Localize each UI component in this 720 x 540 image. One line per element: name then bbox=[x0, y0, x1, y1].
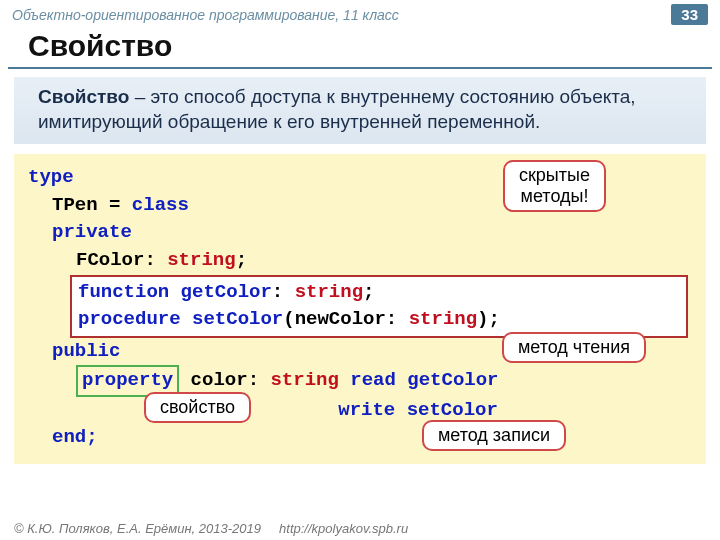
copyright: © К.Ю. Поляков, Е.А. Ерёмин, 2013-2019 bbox=[14, 521, 261, 536]
page-title: Свойство bbox=[8, 27, 712, 69]
code-tpen: TPen = bbox=[52, 194, 132, 216]
callout-hidden-methods: скрытые методы! bbox=[503, 160, 606, 211]
kw-end: end; bbox=[52, 426, 98, 448]
highlighted-methods: function getColor: string; procedure set… bbox=[70, 275, 688, 338]
fn-getcolor: getColor bbox=[169, 281, 272, 303]
definition-term: Свойство bbox=[38, 86, 129, 107]
kw-private: private bbox=[52, 221, 132, 243]
fn-getcolor-ref: getColor bbox=[396, 369, 499, 391]
kw-procedure: procedure bbox=[78, 308, 181, 330]
callout-property: свойство bbox=[144, 392, 251, 423]
footer-url: http://kpolyakov.spb.ru bbox=[279, 521, 408, 536]
breadcrumb: Объектно-ориентированное программировани… bbox=[12, 7, 399, 23]
type-string: string bbox=[409, 308, 477, 330]
kw-write: write bbox=[338, 399, 395, 421]
kw-property: property bbox=[82, 369, 173, 391]
callout-read-method: метод чтения bbox=[502, 332, 646, 363]
kw-class: class bbox=[132, 194, 189, 216]
kw-type: type bbox=[28, 166, 74, 188]
kw-function: function bbox=[78, 281, 169, 303]
fn-setcolor-ref: setColor bbox=[395, 399, 498, 421]
type-string: string bbox=[270, 369, 338, 391]
callout-write-method: метод записи bbox=[422, 420, 566, 451]
kw-public: public bbox=[52, 340, 120, 362]
page-number: 33 bbox=[671, 4, 708, 25]
type-string: string bbox=[167, 249, 235, 271]
fn-setcolor: setColor bbox=[181, 308, 284, 330]
code-fcolor: FColor: bbox=[76, 249, 167, 271]
definition-box: Свойство – это способ доступа к внутренн… bbox=[14, 77, 706, 144]
footer: © К.Ю. Поляков, Е.А. Ерёмин, 2013-2019 h… bbox=[14, 521, 408, 536]
type-string: string bbox=[295, 281, 363, 303]
code-block: type TPen = class private FColor: string… bbox=[14, 154, 706, 463]
kw-read: read bbox=[339, 369, 396, 391]
